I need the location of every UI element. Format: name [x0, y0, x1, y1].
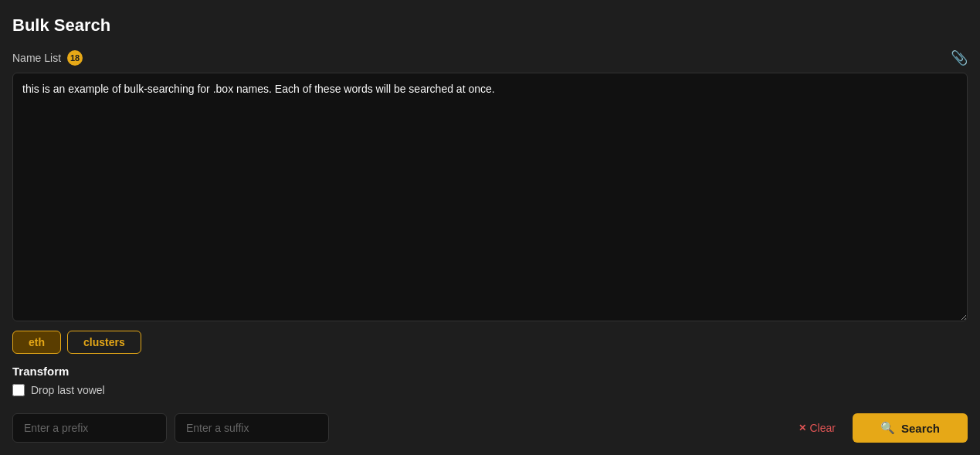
bottom-bar: ✕ Clear 🔍 Search	[12, 413, 968, 443]
name-list-label: Name List	[12, 52, 61, 64]
transform-label: Transform	[12, 365, 968, 378]
attach-icon[interactable]: 📎	[951, 49, 968, 66]
drop-last-vowel-checkbox[interactable]	[12, 384, 25, 396]
tag-clusters[interactable]: clusters	[67, 331, 141, 354]
x-icon: ✕	[799, 423, 806, 433]
drop-last-vowel-label: Drop last vowel	[31, 384, 105, 396]
name-list-textarea[interactable]: this is an example of bulk-searching for…	[12, 73, 968, 321]
tag-eth[interactable]: eth	[12, 331, 61, 354]
search-icon: 🔍	[880, 421, 895, 435]
search-button[interactable]: 🔍 Search	[853, 413, 968, 443]
textarea-wrapper: this is an example of bulk-searching for…	[12, 73, 968, 321]
checkbox-row: Drop last vowel	[12, 384, 968, 396]
clear-label: Clear	[809, 422, 835, 434]
name-list-label-row: Name List 18	[12, 50, 83, 66]
name-list-header: Name List 18 📎	[12, 49, 968, 66]
app-container: Bulk Search Name List 18 📎 this is an ex…	[0, 0, 980, 455]
suffix-input[interactable]	[175, 413, 329, 443]
tag-row: eth clusters	[12, 331, 968, 354]
prefix-input[interactable]	[12, 413, 167, 443]
page-title: Bulk Search	[12, 15, 968, 36]
transform-section: Transform Drop last vowel	[12, 365, 968, 404]
clear-button[interactable]: ✕ Clear	[789, 416, 844, 440]
search-label: Search	[901, 422, 940, 435]
count-badge: 18	[67, 50, 83, 66]
